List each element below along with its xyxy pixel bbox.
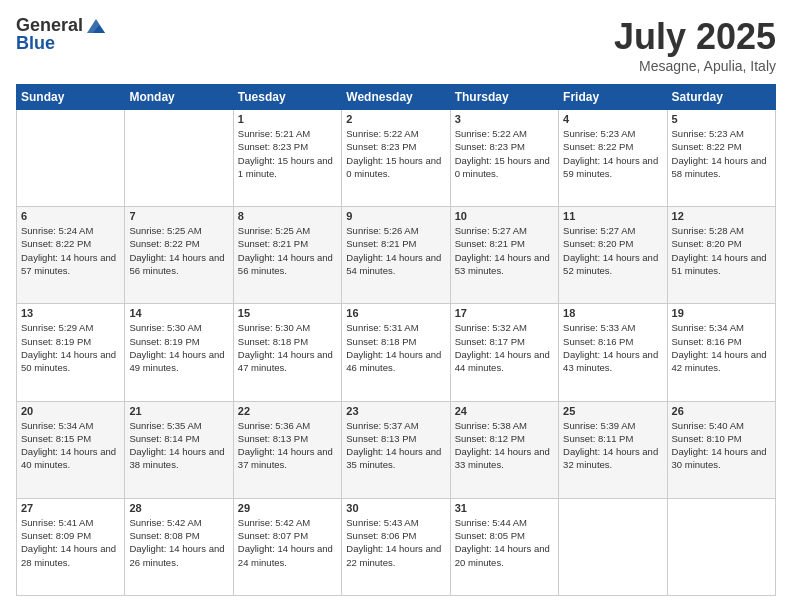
calendar-cell: 31Sunrise: 5:44 AMSunset: 8:05 PMDayligh…: [450, 498, 558, 595]
day-info: Sunrise: 5:39 AMSunset: 8:11 PMDaylight:…: [563, 419, 662, 472]
calendar-cell: 20Sunrise: 5:34 AMSunset: 8:15 PMDayligh…: [17, 401, 125, 498]
location: Mesagne, Apulia, Italy: [614, 58, 776, 74]
day-info: Sunrise: 5:32 AMSunset: 8:17 PMDaylight:…: [455, 321, 554, 374]
day-info: Sunrise: 5:27 AMSunset: 8:21 PMDaylight:…: [455, 224, 554, 277]
day-number: 4: [563, 113, 662, 125]
day-info: Sunrise: 5:26 AMSunset: 8:21 PMDaylight:…: [346, 224, 445, 277]
day-info: Sunrise: 5:30 AMSunset: 8:19 PMDaylight:…: [129, 321, 228, 374]
calendar-cell: 25Sunrise: 5:39 AMSunset: 8:11 PMDayligh…: [559, 401, 667, 498]
header-friday: Friday: [559, 85, 667, 110]
day-number: 10: [455, 210, 554, 222]
day-info: Sunrise: 5:42 AMSunset: 8:07 PMDaylight:…: [238, 516, 337, 569]
day-number: 11: [563, 210, 662, 222]
calendar-cell: [17, 110, 125, 207]
calendar-cell: 9Sunrise: 5:26 AMSunset: 8:21 PMDaylight…: [342, 207, 450, 304]
calendar-cell: 10Sunrise: 5:27 AMSunset: 8:21 PMDayligh…: [450, 207, 558, 304]
calendar-cell: 7Sunrise: 5:25 AMSunset: 8:22 PMDaylight…: [125, 207, 233, 304]
header-sunday: Sunday: [17, 85, 125, 110]
logo-blue: Blue: [16, 34, 55, 54]
day-info: Sunrise: 5:22 AMSunset: 8:23 PMDaylight:…: [346, 127, 445, 180]
calendar-cell: 16Sunrise: 5:31 AMSunset: 8:18 PMDayligh…: [342, 304, 450, 401]
day-number: 8: [238, 210, 337, 222]
header-wednesday: Wednesday: [342, 85, 450, 110]
day-number: 7: [129, 210, 228, 222]
calendar-cell: 19Sunrise: 5:34 AMSunset: 8:16 PMDayligh…: [667, 304, 775, 401]
calendar-week-5: 27Sunrise: 5:41 AMSunset: 8:09 PMDayligh…: [17, 498, 776, 595]
day-info: Sunrise: 5:22 AMSunset: 8:23 PMDaylight:…: [455, 127, 554, 180]
header-saturday: Saturday: [667, 85, 775, 110]
day-number: 16: [346, 307, 445, 319]
page: General Blue July 2025 Mesagne, Apulia, …: [0, 0, 792, 612]
day-number: 6: [21, 210, 120, 222]
day-number: 20: [21, 405, 120, 417]
day-info: Sunrise: 5:38 AMSunset: 8:12 PMDaylight:…: [455, 419, 554, 472]
day-number: 31: [455, 502, 554, 514]
day-number: 14: [129, 307, 228, 319]
day-number: 18: [563, 307, 662, 319]
day-info: Sunrise: 5:29 AMSunset: 8:19 PMDaylight:…: [21, 321, 120, 374]
day-info: Sunrise: 5:41 AMSunset: 8:09 PMDaylight:…: [21, 516, 120, 569]
header-monday: Monday: [125, 85, 233, 110]
day-number: 1: [238, 113, 337, 125]
calendar-cell: 11Sunrise: 5:27 AMSunset: 8:20 PMDayligh…: [559, 207, 667, 304]
calendar-week-3: 13Sunrise: 5:29 AMSunset: 8:19 PMDayligh…: [17, 304, 776, 401]
day-number: 19: [672, 307, 771, 319]
calendar-cell: 28Sunrise: 5:42 AMSunset: 8:08 PMDayligh…: [125, 498, 233, 595]
day-info: Sunrise: 5:27 AMSunset: 8:20 PMDaylight:…: [563, 224, 662, 277]
day-info: Sunrise: 5:28 AMSunset: 8:20 PMDaylight:…: [672, 224, 771, 277]
logo: General Blue: [16, 16, 107, 54]
day-info: Sunrise: 5:31 AMSunset: 8:18 PMDaylight:…: [346, 321, 445, 374]
day-number: 29: [238, 502, 337, 514]
day-number: 3: [455, 113, 554, 125]
calendar-cell: 15Sunrise: 5:30 AMSunset: 8:18 PMDayligh…: [233, 304, 341, 401]
calendar-cell: 23Sunrise: 5:37 AMSunset: 8:13 PMDayligh…: [342, 401, 450, 498]
header: General Blue July 2025 Mesagne, Apulia, …: [16, 16, 776, 74]
month-title: July 2025: [614, 16, 776, 58]
day-info: Sunrise: 5:30 AMSunset: 8:18 PMDaylight:…: [238, 321, 337, 374]
day-info: Sunrise: 5:36 AMSunset: 8:13 PMDaylight:…: [238, 419, 337, 472]
calendar-cell: 24Sunrise: 5:38 AMSunset: 8:12 PMDayligh…: [450, 401, 558, 498]
calendar-cell: 8Sunrise: 5:25 AMSunset: 8:21 PMDaylight…: [233, 207, 341, 304]
day-info: Sunrise: 5:23 AMSunset: 8:22 PMDaylight:…: [563, 127, 662, 180]
day-info: Sunrise: 5:33 AMSunset: 8:16 PMDaylight:…: [563, 321, 662, 374]
day-info: Sunrise: 5:21 AMSunset: 8:23 PMDaylight:…: [238, 127, 337, 180]
day-number: 23: [346, 405, 445, 417]
day-number: 30: [346, 502, 445, 514]
calendar-cell: 17Sunrise: 5:32 AMSunset: 8:17 PMDayligh…: [450, 304, 558, 401]
calendar-cell: 27Sunrise: 5:41 AMSunset: 8:09 PMDayligh…: [17, 498, 125, 595]
day-number: 28: [129, 502, 228, 514]
logo-icon: [85, 15, 107, 35]
day-info: Sunrise: 5:35 AMSunset: 8:14 PMDaylight:…: [129, 419, 228, 472]
day-number: 9: [346, 210, 445, 222]
calendar-cell: 4Sunrise: 5:23 AMSunset: 8:22 PMDaylight…: [559, 110, 667, 207]
weekday-header-row: Sunday Monday Tuesday Wednesday Thursday…: [17, 85, 776, 110]
day-number: 26: [672, 405, 771, 417]
day-info: Sunrise: 5:44 AMSunset: 8:05 PMDaylight:…: [455, 516, 554, 569]
day-info: Sunrise: 5:34 AMSunset: 8:15 PMDaylight:…: [21, 419, 120, 472]
day-info: Sunrise: 5:25 AMSunset: 8:22 PMDaylight:…: [129, 224, 228, 277]
day-info: Sunrise: 5:37 AMSunset: 8:13 PMDaylight:…: [346, 419, 445, 472]
calendar-cell: 13Sunrise: 5:29 AMSunset: 8:19 PMDayligh…: [17, 304, 125, 401]
day-info: Sunrise: 5:34 AMSunset: 8:16 PMDaylight:…: [672, 321, 771, 374]
calendar-cell: 6Sunrise: 5:24 AMSunset: 8:22 PMDaylight…: [17, 207, 125, 304]
day-number: 15: [238, 307, 337, 319]
title-block: July 2025 Mesagne, Apulia, Italy: [614, 16, 776, 74]
header-thursday: Thursday: [450, 85, 558, 110]
day-number: 27: [21, 502, 120, 514]
calendar-week-1: 1Sunrise: 5:21 AMSunset: 8:23 PMDaylight…: [17, 110, 776, 207]
calendar-cell: 21Sunrise: 5:35 AMSunset: 8:14 PMDayligh…: [125, 401, 233, 498]
calendar-week-4: 20Sunrise: 5:34 AMSunset: 8:15 PMDayligh…: [17, 401, 776, 498]
calendar-cell: 22Sunrise: 5:36 AMSunset: 8:13 PMDayligh…: [233, 401, 341, 498]
calendar-cell: 5Sunrise: 5:23 AMSunset: 8:22 PMDaylight…: [667, 110, 775, 207]
calendar-cell: 2Sunrise: 5:22 AMSunset: 8:23 PMDaylight…: [342, 110, 450, 207]
day-info: Sunrise: 5:43 AMSunset: 8:06 PMDaylight:…: [346, 516, 445, 569]
calendar-cell: 30Sunrise: 5:43 AMSunset: 8:06 PMDayligh…: [342, 498, 450, 595]
day-number: 12: [672, 210, 771, 222]
day-number: 17: [455, 307, 554, 319]
day-number: 25: [563, 405, 662, 417]
calendar-cell: 3Sunrise: 5:22 AMSunset: 8:23 PMDaylight…: [450, 110, 558, 207]
calendar-cell: 1Sunrise: 5:21 AMSunset: 8:23 PMDaylight…: [233, 110, 341, 207]
day-info: Sunrise: 5:23 AMSunset: 8:22 PMDaylight:…: [672, 127, 771, 180]
calendar-cell: [125, 110, 233, 207]
day-number: 22: [238, 405, 337, 417]
